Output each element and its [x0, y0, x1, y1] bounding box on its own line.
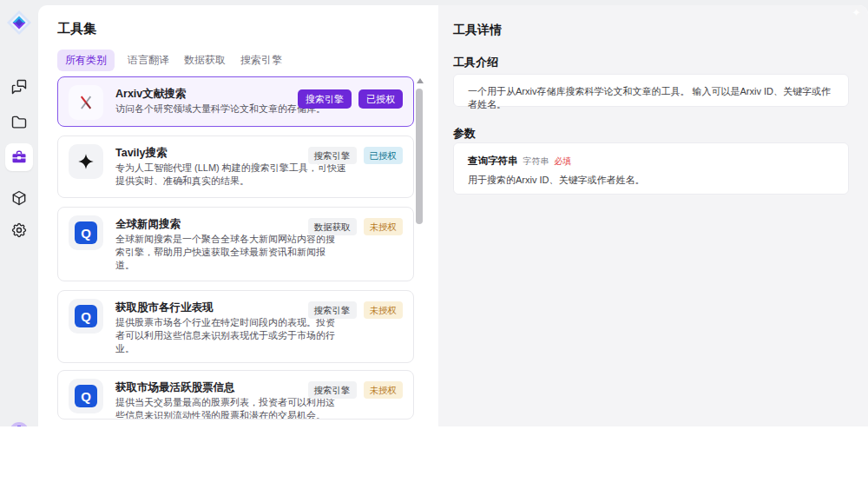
required-badge: 必填 [555, 155, 572, 168]
status-badge: 未授权 [364, 218, 404, 235]
tool-description: 提供股票市场各个行业在特定时间段内的表现。投资 者可以利用这些信息来识别表现优于… [115, 316, 367, 355]
sidebar-item-chat[interactable] [10, 78, 28, 96]
folder-icon [10, 114, 28, 131]
arxiv-x-icon [76, 93, 95, 112]
status-badge: 已授权 [364, 147, 404, 164]
sidebar-bottom-avatar[interactable] [10, 422, 29, 426]
tool-icon-wrap: Q [69, 379, 103, 413]
parameter-description: 用于搜索的Arxiv ID、关键字或作者姓名。 [468, 174, 834, 187]
tool-title: 全球新闻搜索 [115, 217, 181, 232]
detail-title: 工具详情 [453, 23, 502, 38]
tool-title: Tavily搜索 [115, 146, 168, 161]
tool-title: Arxiv文献搜索 [115, 87, 186, 102]
tool-card-global-news[interactable]: Q 全球新闻搜索 全球新闻搜索是一个聚合全球各大新闻网站内容的搜 索引擎，帮助用… [57, 207, 414, 281]
app-window: 工具集 所有类别 语言翻译 数据获取 搜索引擎 [0, 0, 868, 426]
tab-all-categories[interactable]: 所有类别 [57, 50, 115, 71]
category-tag: 数据获取 [308, 218, 357, 235]
tool-description: 提供当天交易量最高的股票列表，投资者可以利用这 些信息来识别流动性强的股票和潜在… [115, 396, 367, 420]
tool-title: 获取股市各行业表现 [115, 301, 214, 315]
intro-card: 一个用于从Arxiv存储库搜索科学论文和文章的工具。 输入可以是Arxiv ID… [453, 74, 849, 107]
stock-q-icon: Q [75, 305, 97, 327]
sparkle-icon: ✦ [852, 6, 861, 19]
gem-logo-icon [6, 10, 32, 36]
status-badge: 已授权 [358, 89, 403, 109]
tool-icon-wrap [69, 85, 103, 120]
sidebar [0, 0, 38, 426]
chat-icon [10, 78, 28, 96]
main-panel: 工具集 所有类别 语言翻译 数据获取 搜索引擎 [38, 5, 868, 426]
tool-icon-wrap: Q [69, 299, 103, 334]
tool-tags: 搜索引擎 已授权 [298, 89, 403, 109]
toolbox-icon [10, 149, 28, 166]
sidebar-item-settings[interactable] [10, 221, 28, 239]
tool-card-arxiv[interactable]: Arxiv文献搜索 访问各个研究领域大量科学论文和文章的存储库。 搜索引擎 已授… [57, 76, 414, 127]
page-title: 工具集 [57, 21, 96, 37]
tab-data-fetch[interactable]: 数据获取 [182, 50, 227, 71]
category-tag: 搜索引擎 [308, 381, 357, 399]
sidebar-item-plugins[interactable] [10, 189, 28, 207]
tools-panel: 工具集 所有类别 语言翻译 数据获取 搜索引擎 [38, 5, 438, 426]
list-scrollbar [416, 76, 424, 423]
tool-card-stock-sectors[interactable]: Q 获取股市各行业表现 提供股票市场各个行业在特定时间段内的表现。投资 者可以利… [57, 290, 414, 363]
tool-description: 全球新闻搜索是一个聚合全球各大新闻网站内容的搜 索引擎，帮助用户快速获取全球最新… [115, 233, 367, 272]
parameter-name: 查询字符串 [468, 155, 518, 168]
news-q-icon: Q [75, 221, 97, 244]
stock-q-icon: Q [75, 385, 97, 407]
tool-icon-wrap: Q [69, 215, 103, 250]
sidebar-item-tools[interactable] [5, 143, 33, 171]
status-badge: 未授权 [364, 301, 404, 319]
category-tag: 搜索引擎 [308, 147, 357, 164]
tool-description: 专为人工智能代理 (LLM) 构建的搜索引擎工具，可快速 提供实时、准确和真实的… [115, 162, 367, 188]
tavily-star-icon [76, 152, 95, 171]
scrollbar-up-arrow[interactable] [417, 78, 424, 83]
parameter-card: 查询字符串 字符串 必填 用于搜索的Arxiv ID、关键字或作者姓名。 [453, 142, 849, 195]
parameter-type: 字符串 [523, 155, 549, 168]
category-tag: 搜索引擎 [298, 89, 352, 109]
app-logo [6, 10, 32, 36]
parameter-header: 查询字符串 字符串 必填 [468, 155, 834, 168]
intro-heading: 工具介绍 [453, 55, 498, 70]
tool-card-tavily[interactable]: Tavily搜索 专为人工智能代理 (LLM) 构建的搜索引擎工具，可快速 提供… [57, 135, 414, 198]
scrollbar-thumb[interactable] [416, 89, 423, 224]
tab-language-translation[interactable]: 语言翻译 [126, 50, 171, 71]
tool-title: 获取市场最活跃股票信息 [115, 380, 235, 395]
tool-tags: 搜索引擎 已授权 [308, 147, 404, 164]
status-badge: 未授权 [364, 381, 404, 399]
tool-tags: 搜索引擎 未授权 [308, 301, 404, 319]
settings-icon [10, 221, 28, 239]
tool-card-most-active-stocks[interactable]: Q 获取市场最活跃股票信息 提供当天交易量最高的股票列表，投资者可以利用这 些信… [57, 370, 414, 420]
tool-tags: 数据获取 未授权 [308, 218, 404, 235]
screen: 工具集 所有类别 语言翻译 数据获取 搜索引擎 [0, 0, 868, 489]
sidebar-item-files[interactable] [10, 114, 28, 131]
tool-detail-panel: ✦ 工具详情 工具介绍 一个用于从Arxiv存储库搜索科学论文和文章的工具。 输… [438, 5, 868, 426]
cube-icon [10, 189, 28, 207]
intro-text: 一个用于从Arxiv存储库搜索科学论文和文章的工具。 输入可以是Arxiv ID… [468, 86, 831, 109]
params-heading: 参数 [453, 126, 476, 142]
tool-tags: 搜索引擎 未授权 [308, 381, 404, 399]
tab-search-engine[interactable]: 搜索引擎 [239, 50, 284, 71]
tool-icon-wrap [69, 144, 103, 179]
category-tag: 搜索引擎 [308, 301, 357, 319]
category-tabs: 所有类别 语言翻译 数据获取 搜索引擎 [57, 50, 284, 71]
